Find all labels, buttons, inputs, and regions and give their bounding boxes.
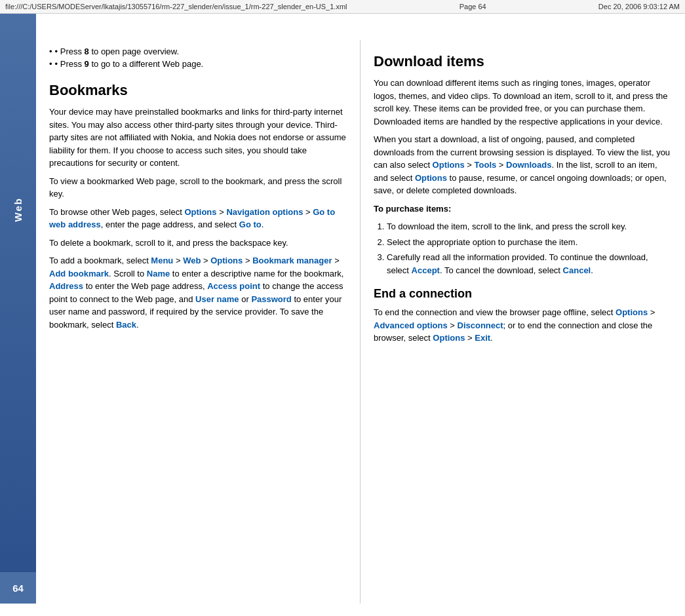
purchase-item-3: Carefully read all the information provi… xyxy=(387,251,672,277)
bullet-item-2: • Press 9 to go to a different Web page. xyxy=(49,59,347,69)
link-accept: Accept xyxy=(412,265,440,275)
link-nav-options: Navigation options xyxy=(226,207,303,217)
purchase-item-2: Select the appropriate option to purchas… xyxy=(387,236,672,249)
link-menu: Menu xyxy=(151,256,173,265)
download-heading: Download items xyxy=(374,53,672,70)
link-options-3: Options xyxy=(433,160,465,170)
link-options-6: Options xyxy=(433,333,465,343)
link-access-point: Access point xyxy=(207,281,260,291)
bullet-list: • Press 8 to open page overview. • Press… xyxy=(49,47,347,69)
link-password: Password xyxy=(251,294,291,304)
link-downloads: Downloads xyxy=(506,160,551,170)
link-back: Back xyxy=(116,320,136,330)
bookmarks-para4: To delete a bookmark, scroll to it, and … xyxy=(49,237,347,250)
end-connection-heading: End a connection xyxy=(374,287,672,301)
link-disconnect: Disconnect xyxy=(458,320,503,330)
sidebar-label: Web xyxy=(12,197,24,221)
bookmarks-para2: To view a bookmarked Web page, scroll to… xyxy=(49,175,347,201)
link-name: Name xyxy=(147,269,170,279)
right-column: Download items You can download differen… xyxy=(361,40,685,604)
link-tools: Tools xyxy=(475,160,497,170)
link-options-1: Options xyxy=(184,207,216,217)
sidebar: Web 64 xyxy=(0,14,36,604)
link-options-2: Options xyxy=(210,256,243,265)
file-path: file:///C:/USERS/MODEServer/lkatajis/130… xyxy=(5,3,347,10)
link-bookmark-manager: Bookmark manager xyxy=(252,256,332,265)
bullet-item-1: • Press 8 to open page overview. xyxy=(49,47,347,56)
key-8: 8 xyxy=(85,47,89,56)
link-web: Web xyxy=(183,256,201,265)
page-number: 64 xyxy=(0,571,36,604)
purchase-item-1: To download the item, scroll to the link… xyxy=(387,220,672,233)
link-address: Address xyxy=(49,281,83,291)
link-add-bookmark: Add bookmark xyxy=(49,269,109,279)
bookmarks-para3: To browse other Web pages, select Option… xyxy=(49,206,347,231)
content-area: • Press 8 to open page overview. • Press… xyxy=(36,14,685,604)
link-go-to: Go to xyxy=(239,220,262,229)
link-cancel: Cancel xyxy=(563,265,591,275)
date-label: Dec 20, 2006 9:03:12 AM xyxy=(598,3,680,10)
link-exit: Exit xyxy=(475,333,490,343)
page-label: Page 64 xyxy=(460,3,486,10)
link-options-5: Options xyxy=(616,307,648,317)
download-para2: When you start a download, a list of ong… xyxy=(374,133,672,197)
download-para1: You can download different items such as… xyxy=(374,77,672,128)
key-9: 9 xyxy=(85,59,89,69)
bookmarks-para1: Your device may have preinstalled bookma… xyxy=(49,106,347,170)
purchase-list: To download the item, scroll to the link… xyxy=(387,220,672,277)
end-connection-para: To end the connection and view the brows… xyxy=(374,306,672,345)
link-options-4: Options xyxy=(415,173,447,183)
purchase-label: To purchase items: xyxy=(374,202,672,216)
left-column: • Press 8 to open page overview. • Press… xyxy=(36,40,361,604)
top-bar: file:///C:/USERS/MODEServer/lkatajis/130… xyxy=(0,0,685,14)
link-username: User name xyxy=(195,294,239,304)
link-advanced-options: Advanced options xyxy=(374,320,448,330)
bookmarks-heading: Bookmarks xyxy=(49,82,347,99)
bookmarks-para5: To add a bookmark, select Menu > Web > O… xyxy=(49,254,347,331)
